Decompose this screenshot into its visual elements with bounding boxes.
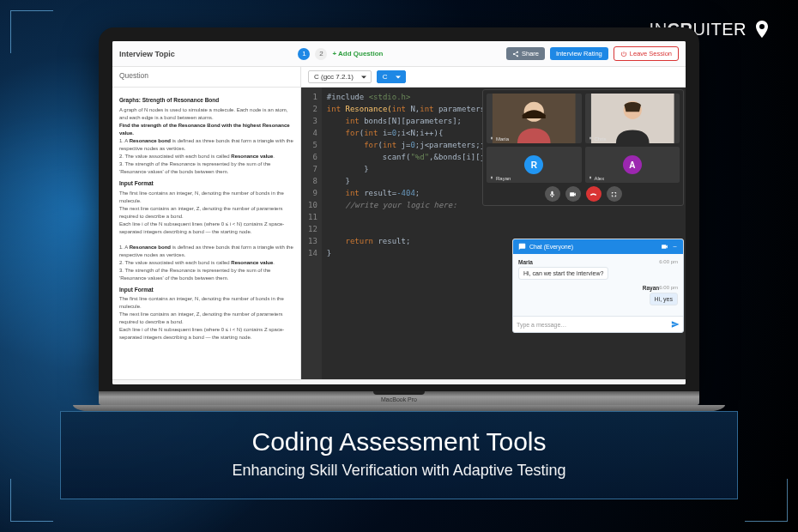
avatar: A bbox=[623, 155, 642, 174]
caption-title: Coding Assessment Tools bbox=[70, 427, 728, 456]
chat-input[interactable]: Type a message… bbox=[513, 316, 683, 332]
chat-header[interactable]: Chat (Everyone) bbox=[513, 239, 683, 254]
laptop-hinge: MacBook Pro bbox=[99, 391, 699, 405]
share-label: Share bbox=[522, 50, 539, 57]
leave-label: Leave Session bbox=[630, 50, 672, 57]
chat-panel: Chat (Everyone) Maria 6:00 pm Hi, can we… bbox=[512, 239, 684, 333]
leave-session-button[interactable]: Leave Session bbox=[614, 46, 679, 61]
expand-button[interactable] bbox=[607, 186, 622, 202]
video-icon[interactable] bbox=[661, 243, 668, 251]
question-header: Question bbox=[112, 67, 301, 87]
question-number-1[interactable]: 1 bbox=[298, 48, 310, 60]
share-icon bbox=[512, 51, 519, 57]
input-format-heading: Input Format bbox=[119, 286, 293, 294]
power-icon bbox=[620, 51, 627, 57]
add-question-button[interactable]: + Add Question bbox=[332, 50, 383, 57]
chat-icon bbox=[518, 243, 526, 251]
chat-message: Rayan 6:00 pm Hi, yes bbox=[518, 285, 678, 305]
question-title: Graphs: Strength of Resonance Bond bbox=[119, 96, 293, 105]
mic-icon bbox=[489, 136, 494, 142]
topbar: Interview Topic 1 2 + Add Question Share… bbox=[112, 41, 686, 67]
camera-toggle[interactable] bbox=[565, 186, 581, 202]
chat-sender: Maria bbox=[518, 259, 533, 265]
participant-name: Rayan bbox=[496, 176, 511, 181]
chat-time: 6:00 pm bbox=[659, 259, 678, 264]
mic-icon bbox=[489, 176, 494, 181]
language-select[interactable]: C bbox=[377, 70, 406, 83]
line-gutter: 1234567891011121314 bbox=[301, 88, 322, 379]
laptop-mockup: Interview Topic 1 2 + Add Question Share… bbox=[99, 27, 699, 412]
code-content[interactable]: #include <stdio.h> int Resonance(int N,i… bbox=[322, 88, 509, 379]
video-tile[interactable]: Chris bbox=[585, 94, 680, 143]
mic-toggle[interactable] bbox=[545, 186, 560, 202]
decor-corner bbox=[10, 479, 53, 522]
chat-message: Maria 6:00 pm Hi, can we start the inter… bbox=[518, 259, 678, 280]
decor-corner bbox=[745, 479, 788, 522]
question-task: Find the strength of the Resonance Bond … bbox=[119, 123, 290, 136]
video-tile[interactable]: R Rayan bbox=[487, 147, 582, 183]
compiler-select[interactable]: C (gcc 7.2.1) bbox=[308, 70, 372, 83]
laptop-model: MacBook Pro bbox=[381, 396, 417, 402]
video-panel: Maria Chris R Rayan bbox=[482, 89, 684, 206]
chat-text: Hi, can we start the interview? bbox=[518, 267, 608, 280]
subbar: Question C (gcc 7.2.1) C bbox=[112, 67, 686, 88]
chat-text: Hi, yes bbox=[650, 293, 678, 305]
chat-title: Chat (Everyone) bbox=[529, 244, 573, 250]
interview-rating-button[interactable]: Interview Rating bbox=[550, 47, 608, 60]
app-screen: Interview Topic 1 2 + Add Question Share… bbox=[112, 41, 686, 384]
chat-time: 6:00 pm bbox=[659, 285, 678, 290]
question-number-2[interactable]: 2 bbox=[315, 48, 327, 60]
mic-icon bbox=[588, 136, 593, 142]
code-editor[interactable]: 1234567891011121314 #include <stdio.h> i… bbox=[301, 88, 686, 379]
input-format-heading: Input Format bbox=[119, 179, 293, 188]
caption-subtitle: Enhancing Skill Verification with Adapti… bbox=[70, 462, 728, 480]
question-panel: Graphs: Strength of Resonance Bond A gra… bbox=[112, 88, 301, 379]
caption-banner: Coding Assessment Tools Enhancing Skill … bbox=[60, 411, 738, 499]
output-bar: Output Test against custom input Compila… bbox=[112, 379, 686, 384]
map-pin-icon bbox=[752, 19, 772, 39]
decor-corner bbox=[10, 10, 53, 53]
mic-icon bbox=[588, 176, 593, 181]
end-call-button[interactable] bbox=[586, 186, 602, 202]
participant-name: Maria bbox=[496, 136, 509, 142]
participant-name: Alex bbox=[595, 176, 605, 181]
participant-name: Chris bbox=[595, 136, 607, 142]
avatar: R bbox=[524, 155, 543, 174]
chat-sender: Rayan bbox=[643, 285, 660, 291]
minimize-icon[interactable] bbox=[672, 244, 678, 250]
question-text: A graph of N nodes is used to simulate a… bbox=[119, 106, 293, 122]
chat-placeholder: Type a message… bbox=[517, 322, 566, 328]
video-tile[interactable]: Maria bbox=[487, 94, 582, 143]
video-tile[interactable]: A Alex bbox=[585, 147, 680, 183]
share-button[interactable]: Share bbox=[506, 47, 545, 60]
page-title: Interview Topic bbox=[119, 50, 175, 58]
send-icon[interactable] bbox=[671, 320, 680, 329]
